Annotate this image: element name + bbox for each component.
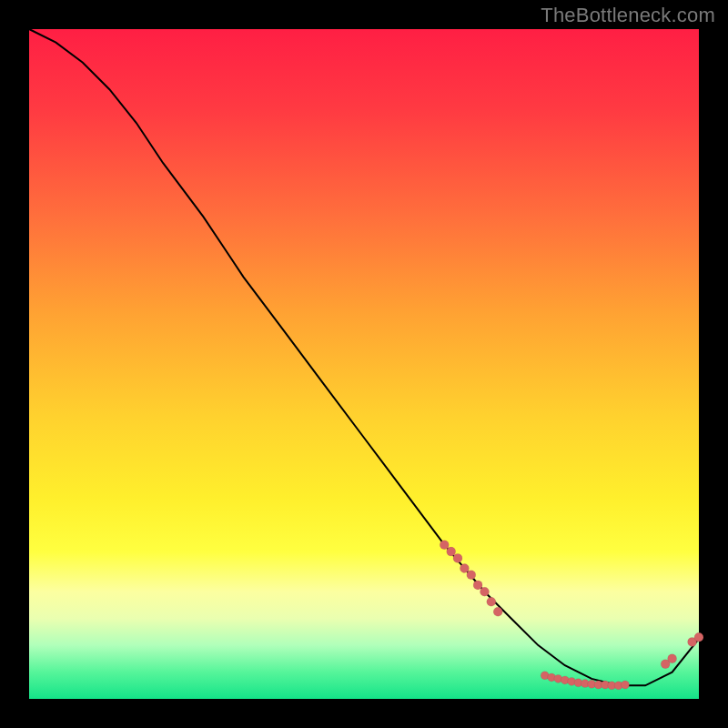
- marker-dot: [460, 564, 469, 573]
- marker-dot: [487, 597, 496, 606]
- marker-dot: [493, 607, 502, 616]
- marker-dot: [467, 571, 476, 580]
- marker-dot: [480, 587, 490, 596]
- marker-dot: [440, 541, 449, 550]
- marker-dot: [447, 547, 456, 556]
- watermark-text: TheBottleneck.com: [541, 4, 715, 27]
- marker-dot: [473, 581, 482, 590]
- marker-dot: [668, 654, 677, 663]
- marker-group: [440, 541, 703, 690]
- marker-dot: [694, 632, 703, 642]
- marker-dot: [622, 681, 630, 689]
- chart-container: TheBottleneck.com: [0, 0, 728, 728]
- chart-plot-area: [29, 29, 699, 699]
- chart-svg: [29, 29, 699, 699]
- marker-dot: [453, 553, 462, 562]
- bottleneck-curve: [29, 29, 699, 685]
